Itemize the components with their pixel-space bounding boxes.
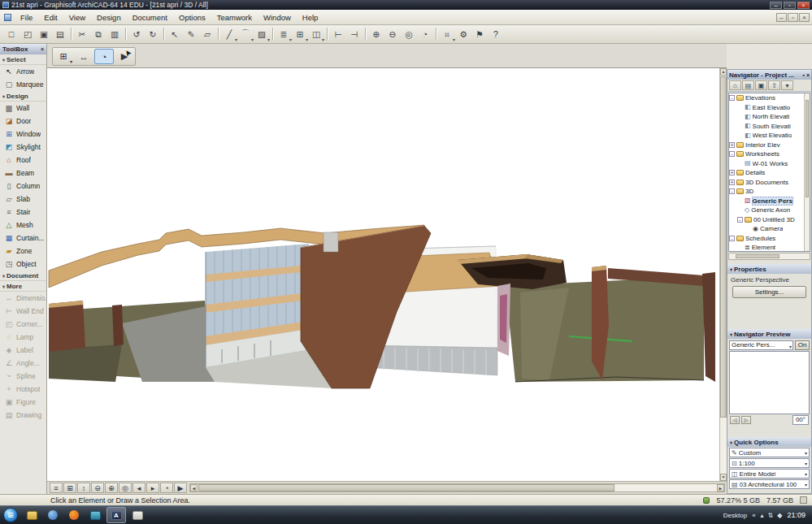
tree-vertical-scrollbar[interactable]	[804, 93, 810, 251]
archicad-icon[interactable]	[106, 507, 126, 523]
tree-item[interactable]: Interior Elev	[729, 141, 810, 150]
3d-viewport[interactable]	[47, 68, 719, 481]
zoom-in-icon[interactable]: ⊕	[368, 27, 384, 42]
tool-item[interactable]: + Hotspot	[0, 383, 46, 396]
tool-item[interactable]: ◰ Corner...	[0, 318, 46, 331]
tray-chevron-icon[interactable]: «	[752, 512, 755, 519]
tree-expander-icon[interactable]	[729, 188, 735, 194]
settings-icon[interactable]: ⚙	[455, 27, 471, 42]
layer-combination-select[interactable]: ✎ Custom	[729, 448, 810, 457]
scrollbar-thumb[interactable]	[720, 76, 727, 418]
distribute-icon[interactable]: ⊣	[346, 27, 363, 42]
menu-item[interactable]: Teamwork	[211, 11, 258, 24]
pen-sets-icon[interactable]: ◫	[308, 27, 324, 42]
tool-item[interactable]: ◩ Skylight	[0, 141, 46, 154]
panel-toggle-icon[interactable]	[800, 496, 807, 504]
explore-model-icon[interactable]: ▶	[174, 483, 187, 493]
pen-set-select[interactable]: ▤ 03 Architectural 100	[729, 479, 810, 489]
doc-close-button[interactable]: ×	[799, 13, 810, 22]
restore-button[interactable]: ▫	[784, 2, 796, 9]
tool-item[interactable]: ▱ Slab	[0, 193, 46, 206]
open-file-icon[interactable]: ◰	[20, 27, 36, 42]
menu-item[interactable]: View	[63, 11, 91, 24]
tree-horizontal-scrollbar[interactable]	[728, 253, 810, 260]
copy-icon[interactable]: ⧉	[90, 27, 106, 42]
toolbox-section-header[interactable]: Document	[0, 271, 46, 281]
grid-icon[interactable]: ⊞	[63, 483, 76, 493]
paste-icon[interactable]: ▥	[106, 27, 123, 42]
tree-item[interactable]: Worksheets	[729, 149, 810, 159]
show-hidden-icon[interactable]: ▴	[761, 512, 764, 519]
preview-angle-field[interactable]: 00°	[792, 415, 809, 425]
tree-item[interactable]: Details	[729, 168, 810, 178]
cut-icon[interactable]: ✂	[74, 27, 90, 42]
internet-icon[interactable]	[43, 507, 63, 523]
toolbox-titlebar[interactable]: ToolBox ×	[0, 44, 46, 54]
tool-item[interactable]: ⌂ Roof	[0, 154, 46, 167]
toolbox-section-header[interactable]: Design	[0, 91, 46, 102]
tool-item[interactable]: ◳ Object	[0, 258, 46, 271]
tree-item[interactable]: Elevations	[729, 93, 810, 103]
zoom-out-icon[interactable]: ⊖	[384, 27, 401, 42]
menu-item[interactable]: Help	[297, 11, 324, 24]
tool-item[interactable]: ▢ Marquee	[0, 78, 46, 91]
tree-expander-icon[interactable]	[729, 95, 735, 101]
project-map-icon[interactable]: ⌂	[729, 80, 741, 90]
scroll-down-icon[interactable]: ▼	[720, 474, 727, 481]
fit-view-icon[interactable]: ◎	[401, 27, 417, 42]
menu-item[interactable]: Document	[127, 11, 173, 24]
tool-item[interactable]: ▣ Figure	[0, 396, 46, 409]
doc-restore-button[interactable]: ▫	[788, 13, 798, 22]
tool-item[interactable]: ~ Spline	[0, 370, 46, 383]
tool-item[interactable]: ▤ Drawing	[0, 409, 46, 422]
pan-icon[interactable]: ↕	[77, 483, 90, 493]
grid-snap-icon[interactable]: ⌗	[439, 27, 455, 42]
tool-item[interactable]: ↔ Dimensio...	[0, 292, 46, 305]
menu-item[interactable]: File	[15, 11, 38, 24]
view-map-icon[interactable]: ▤	[742, 80, 754, 90]
structure-display-select[interactable]: ◫ Entire Model	[729, 469, 810, 479]
tree-item[interactable]: ◧ South Elevati	[729, 122, 810, 132]
explorer-icon[interactable]	[22, 507, 41, 523]
tree-options-icon[interactable]: ▾	[781, 80, 793, 90]
orbit-icon[interactable]: ◔	[417, 27, 433, 42]
preview-next-button[interactable]: ▷	[741, 416, 751, 424]
scrollbar-thumb[interactable]	[736, 254, 779, 258]
tree-item[interactable]: Schedules	[729, 234, 810, 244]
save-icon[interactable]: ▣	[36, 27, 52, 42]
tool-item[interactable]: ◈ Label	[0, 344, 46, 357]
tool-item[interactable]: ○ Lamp	[0, 331, 46, 344]
tree-item[interactable]: ◧ West Elevatio	[729, 131, 810, 141]
tree-item[interactable]: ◉ Camera	[729, 224, 810, 234]
volume-icon[interactable]: ◆	[777, 512, 782, 519]
preview-source-select[interactable]: Generic Pers...	[729, 340, 793, 350]
tree-item[interactable]: 3D	[729, 187, 810, 197]
tool-item[interactable]: ▆ Wall	[0, 102, 46, 115]
tool-item[interactable]: ≡ Stair	[0, 206, 46, 219]
tool-item[interactable]: ▯ Column	[0, 180, 46, 193]
scroll-left-icon[interactable]: ◀	[190, 484, 198, 492]
minimize-button[interactable]: –	[770, 2, 782, 9]
scrollbar-thumb[interactable]	[805, 100, 809, 197]
toolbox-section-header[interactable]: More	[0, 281, 46, 292]
scrollbar-thumb[interactable]	[198, 484, 614, 492]
stories-icon[interactable]: ⊞	[292, 27, 308, 42]
tool-item[interactable]: △ Mesh	[0, 219, 46, 232]
close-icon[interactable]: ×	[41, 46, 44, 52]
tree-item[interactable]: ◧ North Elevati	[729, 112, 810, 122]
zoom-out-icon[interactable]: ⊖	[91, 483, 104, 493]
preview-area[interactable]	[729, 351, 810, 414]
layout-book-icon[interactable]: ▣	[755, 80, 767, 90]
quick-options-header[interactable]: Quick Options	[727, 437, 811, 447]
layers-icon[interactable]: ≣	[276, 27, 292, 42]
tree-expander-icon[interactable]	[729, 151, 735, 157]
notepad-icon[interactable]	[128, 507, 147, 523]
new-file-icon[interactable]: □	[3, 27, 20, 42]
preview-prev-button[interactable]: ◁	[730, 416, 740, 424]
pen-tool-icon[interactable]: ✎	[183, 27, 199, 42]
print-icon[interactable]: ▤	[52, 27, 68, 42]
fill-tool-icon[interactable]: ▨	[254, 27, 270, 42]
orbit-icon[interactable]: ◔	[94, 49, 114, 64]
vertical-scrollbar[interactable]: ▲ ▼	[719, 68, 727, 481]
line-tool-icon[interactable]: ╱	[221, 27, 237, 42]
